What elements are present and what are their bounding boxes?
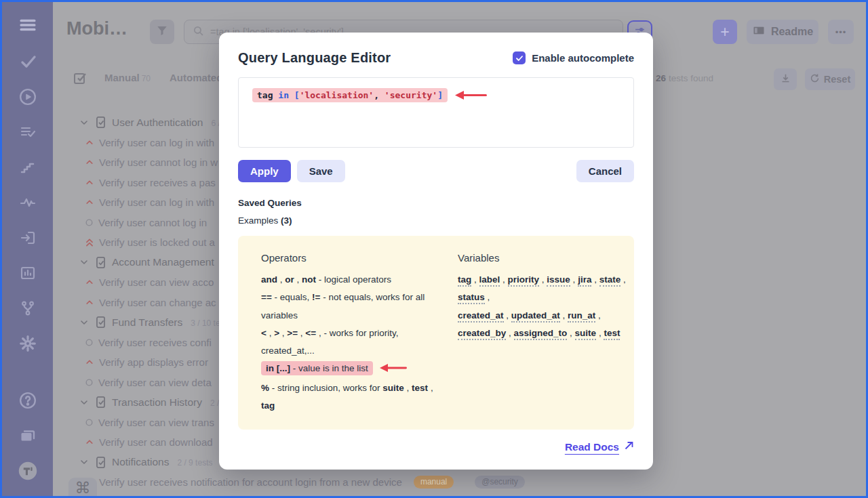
- code-token: 'localisation': [300, 90, 374, 100]
- help-text: - string inclusion, works for: [269, 383, 382, 393]
- help-text: >=: [287, 328, 298, 338]
- query-code-editor[interactable]: tag in ['localisation', 'security']: [238, 77, 634, 148]
- operators-column: Operators and , or , not - logical opera…: [261, 252, 458, 415]
- readme-button[interactable]: Readme: [747, 20, 818, 44]
- help-text: created_at,...: [261, 346, 315, 356]
- priority-high-icon: [85, 278, 94, 287]
- variable-name: suite: [575, 328, 597, 340]
- saved-queries-label[interactable]: Saved Queries: [238, 198, 634, 208]
- help-text: ,: [485, 292, 490, 302]
- branch-icon[interactable]: [18, 300, 37, 316]
- test-title: Verify user can log in with: [99, 137, 214, 148]
- results-label: tests found: [669, 73, 713, 83]
- test-title: Verify user can view trans: [98, 417, 214, 428]
- test-title: Verify user receives confi: [98, 337, 212, 348]
- book-icon: [752, 24, 766, 39]
- test-title: Verify user can log in with: [99, 196, 214, 208]
- chevron-down-icon: [79, 457, 90, 468]
- examples-count: (3): [281, 215, 292, 226]
- help-line: variables: [261, 307, 458, 325]
- help-text: ,: [471, 274, 479, 285]
- folders-icon[interactable]: [18, 428, 37, 444]
- help-circle-icon[interactable]: [18, 392, 37, 409]
- help-text: ,: [267, 328, 274, 338]
- priority-high-icon: [85, 158, 94, 167]
- add-test-button[interactable]: +: [713, 20, 737, 44]
- app-window: Mobi… + Readme •••: [0, 0, 868, 498]
- filter-button[interactable]: [150, 20, 174, 44]
- sign-in-icon[interactable]: [18, 230, 37, 246]
- suite-test-count: 2 / 9 tests: [177, 457, 212, 468]
- tab-manual-count: 70: [142, 74, 151, 83]
- task-list-icon[interactable]: [18, 124, 37, 140]
- help-text: or: [285, 274, 294, 285]
- operators-lines: and , or , not - logical operators== - e…: [261, 271, 458, 415]
- variable-name: status: [458, 292, 485, 304]
- variables-lines: tag , label , priority , issue , jira , …: [458, 271, 626, 342]
- help-text: ,: [504, 310, 511, 320]
- manual-badge[interactable]: manual: [414, 476, 454, 489]
- code-token: ,: [374, 90, 384, 100]
- variable-name: assigned_to: [514, 328, 568, 340]
- priority-high-icon: [85, 138, 94, 147]
- menu-icon[interactable]: [18, 16, 37, 35]
- reset-button[interactable]: Reset: [805, 68, 855, 90]
- help-text: %: [261, 383, 269, 393]
- query-help-panel: Operators and , or , not - logical opera…: [238, 236, 634, 430]
- help-text: - logical operators: [316, 274, 391, 285]
- document-icon: [94, 316, 107, 329]
- variable-name: created_by: [458, 328, 506, 340]
- test-title: Verify user cannot log in w: [99, 157, 218, 168]
- red-arrow-icon: [379, 361, 408, 379]
- help-text: ==: [261, 292, 272, 302]
- suite-title: Transaction History: [112, 396, 202, 409]
- help-text: suite: [382, 383, 404, 393]
- tree-test-row[interactable]: Verify user receives notification for ac…: [69, 472, 866, 493]
- cancel-button[interactable]: Cancel: [576, 160, 634, 182]
- checkbox-checked-icon[interactable]: [513, 51, 526, 64]
- variable-name: updated_at: [511, 310, 560, 323]
- gear-icon[interactable]: [18, 335, 37, 352]
- command-key-icon: ⌘: [75, 478, 91, 498]
- check-icon[interactable]: [18, 54, 37, 70]
- more-options-button[interactable]: •••: [828, 20, 854, 44]
- query-language-editor-modal: Query Language Editor Enable autocomplet…: [219, 33, 653, 470]
- help-line: < , > , >= , <= , - works for priority,: [261, 325, 458, 342]
- tab-automated-label: Automated: [170, 72, 222, 83]
- modal-title: Query Language Editor: [238, 50, 391, 66]
- code-token: 'security': [384, 90, 437, 100]
- autocomplete-toggle[interactable]: Enable autocomplete: [513, 51, 634, 64]
- bar-chart-icon[interactable]: [18, 265, 37, 281]
- download-button[interactable]: [774, 68, 797, 90]
- help-line: status ,: [458, 289, 626, 306]
- activity-pulse-icon[interactable]: [18, 194, 37, 211]
- apply-button[interactable]: Apply: [238, 160, 291, 182]
- help-text: !=: [312, 292, 320, 302]
- query-code[interactable]: tag in ['localisation', 'security']: [252, 88, 448, 102]
- external-link-arrow-icon: [624, 440, 634, 453]
- keyboard-shortcut-tile[interactable]: ⌘: [68, 478, 97, 498]
- help-text: ,: [506, 328, 513, 338]
- priority-high-icon: [85, 358, 94, 367]
- help-text: ,: [596, 328, 604, 338]
- save-button[interactable]: Save: [297, 160, 345, 182]
- logo-icon[interactable]: [18, 463, 37, 479]
- play-circle-icon[interactable]: [18, 89, 37, 105]
- suite-title: Notifications: [112, 456, 169, 468]
- help-text: ,: [279, 328, 287, 338]
- variable-name: created_at: [458, 310, 504, 323]
- test-title: Verify user can change ac: [99, 297, 216, 308]
- chevron-down-icon: [79, 317, 90, 328]
- tag-badge[interactable]: @security: [475, 476, 525, 489]
- results-number: 26: [656, 73, 666, 83]
- help-text: test: [412, 383, 428, 393]
- steps-icon[interactable]: [18, 159, 37, 175]
- examples-label[interactable]: Examples (3): [238, 215, 634, 226]
- tab-manual[interactable]: Manual70: [104, 72, 151, 83]
- variable-name: jira: [578, 274, 591, 287]
- select-all-icon[interactable]: [72, 70, 88, 89]
- help-line: tag: [261, 397, 458, 415]
- read-docs-link[interactable]: Read Docs: [565, 440, 634, 453]
- results-count: 26tests found: [656, 73, 713, 83]
- help-line: created_at,...: [261, 342, 458, 360]
